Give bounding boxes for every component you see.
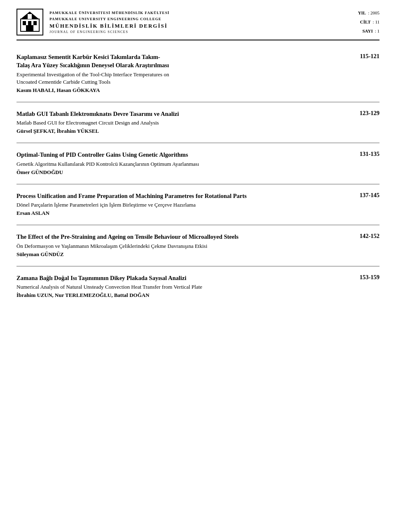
toc-entry-2-pages: 123-129 [360,110,380,117]
toc-entry-3-title-en: Genetik Algoritma Kullanılarak PID Kontr… [16,160,351,168]
toc-entry-1-content: Kaplamasız Sementit Karbür Kesici Takıml… [16,53,351,94]
toc-entry-2-title-en: Matlab Based GUI for Electromagnet Circu… [16,119,351,127]
toc-entry-6: Zamana Bağlı Doğal Isı Taşınımının Dikey… [16,274,380,299]
toc-entry-5-content: The Effect of the Pre-Straining and Agei… [16,233,351,257]
toc-entry-4-content: Process Unification and Frame Preparatio… [16,192,351,217]
divider-5 [16,266,380,266]
toc-entry-3: Optimal-Tuning of PID Controller Gains U… [16,151,380,175]
svg-rect-4 [26,25,33,31]
toc-entry-6-content: Zamana Bağlı Doğal Isı Taşınımının Dikey… [16,274,351,299]
meta-yil: YIL : 2005 [358,8,380,17]
header: PAMUKKALE ÜNİVERSİTESİ MÜHENDİSLİK FAKÜL… [16,8,380,40]
toc-entry-1-pages: 115-121 [360,53,380,60]
svg-rect-3 [33,21,37,25]
toc-entry-1-title-en: Experimental Investigation of the Tool-C… [16,71,351,86]
journal-name-en: JOURNAL OF ENGINEERING SCIENCES [50,30,354,34]
divider-3 [16,184,380,184]
toc-entry-3-content: Optimal-Tuning of PID Controller Gains U… [16,151,351,175]
toc-entry-3-title-tr: Optimal-Tuning of PID Controller Gains U… [16,151,351,159]
toc-entry-4-pages: 137-145 [360,192,380,199]
toc-entry-3-pages: 131-135 [360,151,380,158]
toc-entry-1-authors: Kasım HABALI, Hasan GÖKKAYA [16,87,351,94]
toc-entry-4-title-en: Dönel Parçalarin İşleme Parametreleri iç… [16,201,351,209]
toc-entry-4-title-tr: Process Unification and Frame Preparatio… [16,192,351,200]
toc-entry-4: Process Unification and Frame Preparatio… [16,192,380,217]
meta-cilt: CİLT : 11 [360,17,380,26]
svg-rect-6 [28,14,32,19]
divider-4 [16,225,380,225]
toc-entry-2-title-tr: Matlab GUI Tabanlı Elektromıknatıs Devre… [16,110,351,118]
page: PAMUKKALE ÜNİVERSİTESİ MÜHENDİSLİK FAKÜL… [0,0,396,532]
toc-entry-6-pages: 153-159 [360,274,380,281]
divider-1 [16,102,380,102]
toc-entry-5-pages: 142-152 [360,233,380,240]
toc-entry-2: Matlab GUI Tabanlı Elektromıknatıs Devre… [16,110,380,134]
table-of-contents: Kaplamasız Sementit Karbür Kesici Takıml… [16,53,380,299]
journal-name-tr: MÜHENDİSLİK BİLİMLERİ DERGİSİ [50,23,354,29]
svg-rect-2 [28,21,31,25]
svg-rect-1 [23,21,26,25]
toc-entry-6-title-tr: Zamana Bağlı Doğal Isı Taşınımının Dikey… [16,274,351,282]
toc-entry-1: Kaplamasız Sementit Karbür Kesici Takıml… [16,53,380,94]
university-info: PAMUKKALE ÜNİVERSİTESİ MÜHENDİSLİK FAKÜL… [50,10,354,34]
toc-entry-3-authors: Ömer GÜNDOĞDU [16,169,351,176]
toc-entry-5: The Effect of the Pre-Straining and Agei… [16,233,380,257]
meta-sayi: SAYI : 1 [362,26,380,35]
toc-entry-2-authors: Gürsel ŞEFKAT, İbrahim YÜKSEL [16,128,351,134]
toc-entry-2-content: Matlab GUI Tabanlı Elektromıknatıs Devre… [16,110,351,134]
toc-entry-5-title-tr: The Effect of the Pre-Straining and Agei… [16,233,351,241]
toc-entry-5-authors: Süleyman GÜNDÜZ [16,251,351,258]
university-name-tr: PAMUKKALE ÜNİVERSİTESİ MÜHENDİSLİK FAKÜL… [50,10,354,22]
university-logo [16,9,43,35]
toc-entry-6-title-en: Numerical Analysis of Natural Unsteady C… [16,283,351,291]
toc-entry-4-authors: Ersan ASLAN [16,210,351,217]
divider-2 [16,143,380,143]
journal-meta: YIL : 2005 CİLT : 11 SAYI : 1 [354,8,380,35]
toc-entry-1-title-tr: Kaplamasız Sementit Karbür Kesici Takıml… [16,53,351,70]
toc-entry-6-authors: İbrahim UZUN, Nur TERLEMEZOĞLU, Battal D… [16,292,351,299]
toc-entry-5-title-en: Ön Deformasyon ve Yaşlanmanın Mikroalaşı… [16,242,351,250]
